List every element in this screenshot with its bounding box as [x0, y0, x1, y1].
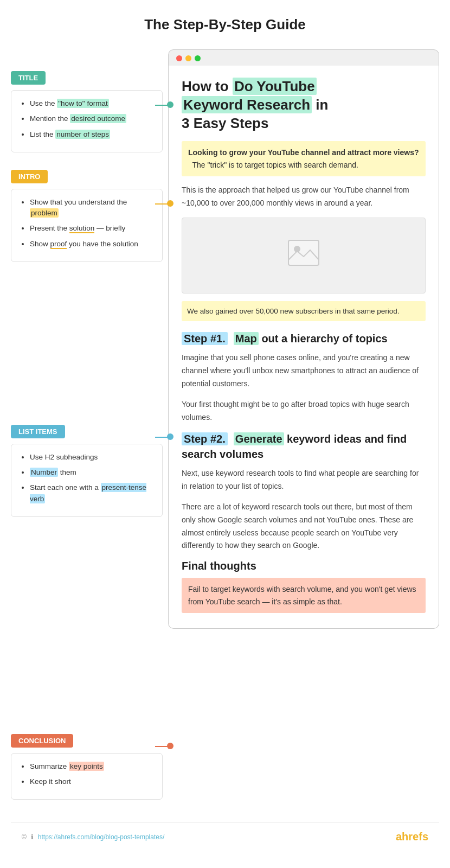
browser-dot-yellow [185, 55, 191, 61]
browser-dot-green [195, 55, 201, 61]
list-item: Use H2 subheadings [30, 452, 153, 463]
sidebar-conclusion-label: CONCLUSION [11, 734, 73, 748]
step1-map: Map [234, 332, 259, 345]
step2-label: Step #2. [182, 432, 228, 445]
highlight-problem: problem [30, 208, 59, 218]
footer: © ℹ https://ahrefs.com/blog/blog-post-te… [11, 822, 439, 851]
step2-body2: There are a lot of keyword research tool… [182, 501, 426, 552]
browser-chrome [168, 49, 439, 66]
caption-highlight: We also gained over 50,000 new subscribe… [182, 301, 426, 322]
step2-heading: Step #2. Generate keyword ideas and find… [182, 431, 426, 462]
list-item: Present the solution — briefly [30, 223, 153, 234]
main-layout: TITLE Use the "how to" format Mention th… [11, 49, 439, 817]
step2-generate: Generate [234, 432, 284, 445]
body-text-1: This is the approach that helped us grow… [182, 184, 426, 210]
highlight-verb: present-tense verb [30, 483, 146, 503]
list-item: Summarize key points [30, 761, 153, 772]
step1-body1: Imagine that you sell phone cases online… [182, 352, 426, 390]
image-icon [287, 239, 320, 271]
intro-bold: Looking to grow your YouTube channel and… [188, 148, 419, 157]
list-item: Number them [30, 467, 153, 478]
sidebar-intro-box: Show that you understand the problem Pre… [11, 189, 163, 262]
list-item: Use the "how to" format [30, 98, 153, 109]
list-item: Show proof you have the solution [30, 239, 153, 250]
browser-content: How to Do YouTube Keyword Research in 3 … [168, 66, 439, 629]
browser-panel: How to Do YouTube Keyword Research in 3 … [168, 49, 439, 629]
step1-body2: Your first thought might be to go after … [182, 398, 426, 424]
highlight-howto: "how to" format [57, 99, 108, 108]
article-title: How to Do YouTube Keyword Research in 3 … [182, 78, 426, 132]
sidebar-intro-label: INTRO [11, 170, 48, 183]
sidebar-title-label: TITLE [11, 71, 46, 85]
sidebar-list-label: LIST ITEMS [11, 425, 65, 438]
page-wrapper: The Step-By-Step Guide TITLE Use the "ho… [0, 0, 450, 868]
title-highlight-2: Keyword Research [182, 96, 312, 113]
sidebar-list-box: Use H2 subheadings Number them Start eac… [11, 444, 163, 517]
svg-rect-0 [288, 240, 319, 265]
conclusion-highlight: Fail to target keywords with search volu… [182, 578, 426, 613]
sidebar-title-box: Use the "how to" format Mention the desi… [11, 90, 163, 152]
list-item: Mention the desired outcome [30, 113, 153, 124]
sidebar-list-section: LIST ITEMS Use H2 subheadings Number the… [11, 425, 163, 517]
sidebar-conclusion-section: CONCLUSION Summarize key points Keep it … [11, 734, 163, 800]
highlight-keypoints: key points [69, 762, 104, 771]
highlight-solution: solution [69, 224, 95, 233]
list-item: Keep it short [30, 776, 153, 787]
highlight-number: Number [30, 468, 58, 477]
sidebar-conclusion-box: Summarize key points Keep it short [11, 753, 163, 800]
browser-dot-red [176, 55, 182, 61]
highlight-proof: proof [50, 240, 67, 249]
final-heading: Final thoughts [182, 560, 426, 572]
footer-url[interactable]: https://ahrefs.com/blog/blog-post-templa… [38, 833, 164, 841]
step2-body1: Next, use keyword research tools to find… [182, 467, 426, 493]
highlight-steps: number of steps [55, 130, 110, 139]
info-icon: ℹ [31, 833, 34, 841]
sidebar-intro-section: INTRO Show that you understand the probl… [11, 170, 163, 262]
highlight-outcome: desired outcome [70, 114, 126, 123]
sidebar: TITLE Use the "how to" format Mention th… [11, 49, 163, 817]
step1-heading: Step #1. Map out a hierarchy of topics [182, 331, 426, 346]
title-highlight-1: Do YouTube [233, 78, 317, 95]
footer-brand: ahrefs [396, 831, 428, 843]
image-placeholder [182, 218, 426, 293]
cc-icon: © [22, 833, 27, 841]
step1-label: Step #1. [182, 332, 228, 345]
page-title: The Step-By-Step Guide [11, 16, 439, 33]
list-item: Start each one with a present-tense verb [30, 482, 153, 505]
list-item: List the number of steps [30, 129, 153, 140]
footer-left: © ℹ https://ahrefs.com/blog/blog-post-te… [22, 833, 164, 841]
intro-highlight: Looking to grow your YouTube channel and… [182, 141, 426, 176]
sidebar-title-section: TITLE Use the "how to" format Mention th… [11, 71, 163, 152]
list-item: Show that you understand the problem [30, 197, 153, 219]
